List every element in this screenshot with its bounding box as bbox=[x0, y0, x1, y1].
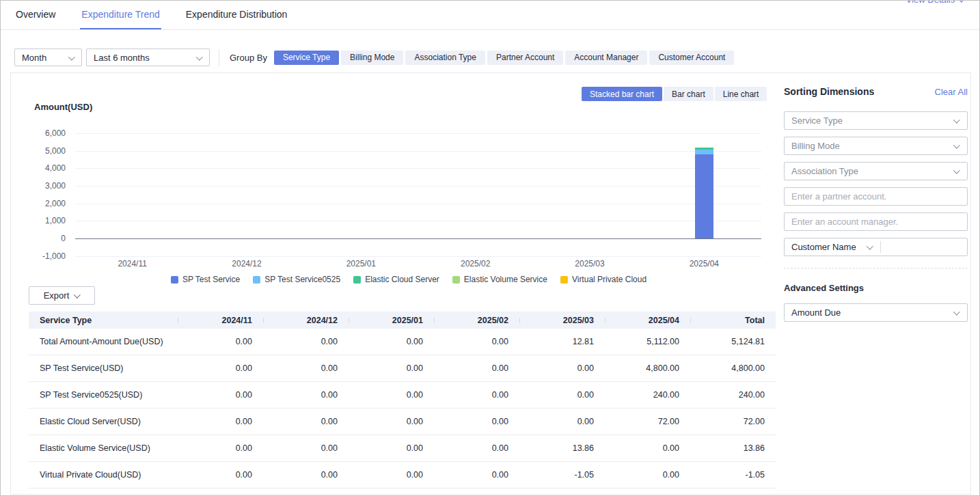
cell-value: 0.00 bbox=[434, 390, 519, 400]
chevron-down-icon bbox=[958, 0, 965, 3]
cell-value: 0.00 bbox=[434, 363, 519, 373]
export-button[interactable]: Export bbox=[29, 286, 95, 305]
column-header-2024-12: 2024/12 bbox=[263, 316, 349, 325]
tab-overview[interactable]: Overview bbox=[14, 1, 57, 29]
legend-item-elastic-cloud-server[interactable]: Elastic Cloud Server bbox=[353, 275, 439, 284]
cell-value: -1.05 bbox=[690, 470, 776, 480]
cell-value: 0.00 bbox=[263, 443, 349, 453]
enter-an-account-manager-input[interactable] bbox=[785, 217, 967, 227]
chart-type-bar-chart[interactable]: Bar chart bbox=[664, 87, 713, 101]
sorting-dimensions-title: Sorting Dimensions bbox=[784, 86, 874, 97]
tab-expenditure-trend[interactable]: Expenditure Trend bbox=[80, 1, 161, 29]
customer-name-select[interactable]: Customer Name bbox=[785, 242, 880, 252]
legend-label: SP Test Service0525 bbox=[264, 275, 340, 284]
group-by-association-type[interactable]: Association Type bbox=[405, 51, 485, 65]
view-details-link[interactable]: View Details bbox=[906, 0, 964, 5]
cell-value: 0.00 bbox=[434, 470, 519, 480]
divider bbox=[219, 49, 219, 66]
cell-value: 72.00 bbox=[605, 417, 690, 426]
cell-value: 0.00 bbox=[178, 337, 263, 346]
legend-swatch-icon bbox=[452, 276, 460, 284]
enter-a-partner-account-field bbox=[784, 187, 968, 206]
chart-type-toggles: Stacked bar chartBar chartLine chart bbox=[582, 87, 767, 101]
group-by-service-type[interactable]: Service Type bbox=[274, 51, 339, 65]
x-axis-tick-label: 2025/04 bbox=[690, 259, 719, 268]
cell-value: 5,112.00 bbox=[605, 337, 690, 346]
column-header-service-type: Service Type bbox=[29, 316, 178, 325]
legend-swatch-icon bbox=[560, 276, 568, 284]
row-label: SP Test Service(USD) bbox=[29, 363, 178, 373]
column-header-total: Total bbox=[690, 316, 776, 325]
cell-value: 0.00 bbox=[349, 363, 434, 373]
enter-a-partner-account-input[interactable] bbox=[785, 191, 967, 202]
date-range-select[interactable]: Last 6 months bbox=[86, 49, 210, 66]
legend-item-sp-test-service[interactable]: SP Test Service bbox=[171, 275, 240, 284]
chart-type-stacked-bar-chart[interactable]: Stacked bar chart bbox=[582, 87, 662, 101]
period-select-value: Month bbox=[22, 53, 46, 63]
service-type-filter-select[interactable]: Service Type bbox=[784, 111, 968, 130]
export-label: Export bbox=[44, 290, 70, 301]
row-label: Elastic Volume Service(USD) bbox=[29, 443, 178, 453]
group-by-account-manager[interactable]: Account Manager bbox=[565, 51, 647, 65]
group-by-billing-mode[interactable]: Billing Mode bbox=[341, 51, 403, 65]
legend-swatch-icon bbox=[353, 276, 361, 284]
row-label: SP Test Service0525(USD) bbox=[29, 390, 178, 400]
expenditure-dashboard: View Details OverviewExpenditure TrendEx… bbox=[0, 0, 980, 496]
y-axis-tick-label: 5,000 bbox=[16, 146, 66, 156]
group-by-partner-account[interactable]: Partner Account bbox=[487, 51, 563, 65]
legend-label: Elastic Volume Service bbox=[464, 275, 547, 284]
expenditure-table: Service Type2024/112024/122025/012025/02… bbox=[29, 312, 776, 488]
chart-and-table-card: Stacked bar chartBar chartLine chart Amo… bbox=[10, 72, 971, 495]
cell-value: 13.86 bbox=[519, 443, 605, 453]
bar-segment-sp-test-service-2025-04[interactable] bbox=[695, 154, 713, 238]
cell-value: 0.00 bbox=[605, 470, 690, 480]
y-axis-tick-label: 2,000 bbox=[16, 199, 66, 208]
advanced-settings-title: Advanced Settings bbox=[784, 283, 968, 293]
cell-value: 0.00 bbox=[434, 443, 519, 453]
x-axis-tick-label: 2025/03 bbox=[575, 259, 604, 268]
y-axis-tick-label: 1,000 bbox=[16, 216, 66, 225]
bar-segment-elastic-cloud-server-2025-04[interactable] bbox=[695, 148, 713, 150]
customer-name-input[interactable] bbox=[881, 242, 967, 252]
cell-value: 0.00 bbox=[605, 443, 690, 453]
legend-item-sp-test-service0525[interactable]: SP Test Service0525 bbox=[253, 275, 340, 284]
association-type-filter-select[interactable]: Association Type bbox=[784, 162, 968, 180]
cell-value: 0.00 bbox=[178, 470, 263, 480]
chart-type-line-chart[interactable]: Line chart bbox=[715, 87, 767, 101]
chevron-down-icon bbox=[68, 53, 75, 60]
chevron-down-icon bbox=[196, 53, 203, 60]
x-axis-tick-label: 2025/02 bbox=[461, 259, 490, 268]
cell-value: 13.86 bbox=[690, 443, 776, 453]
cell-value: 12.81 bbox=[519, 337, 605, 346]
clear-all-link[interactable]: Clear All bbox=[935, 87, 968, 97]
filter-bar: Month Last 6 months Group By Service Typ… bbox=[1, 30, 979, 72]
period-select[interactable]: Month bbox=[14, 49, 82, 66]
column-header-2025-04: 2025/04 bbox=[605, 316, 690, 325]
gridline bbox=[75, 204, 761, 204]
cell-value: 0.00 bbox=[519, 390, 605, 400]
legend-item-virtual-private-cloud[interactable]: Virtual Private Cloud bbox=[560, 275, 646, 284]
y-axis-tick-label: -1,000 bbox=[16, 251, 66, 261]
column-header-2025-01: 2025/01 bbox=[349, 316, 434, 325]
tab-bar: OverviewExpenditure TrendExpenditure Dis… bbox=[1, 1, 979, 30]
customer-filter-combo: Customer Name bbox=[784, 238, 968, 256]
cell-value: 240.00 bbox=[605, 390, 690, 400]
group-by-customer-account[interactable]: Customer Account bbox=[649, 51, 734, 65]
billing-mode-filter-select[interactable]: Billing Mode bbox=[784, 137, 968, 155]
legend-item-elastic-volume-service[interactable]: Elastic Volume Service bbox=[452, 275, 547, 284]
cell-value: 0.00 bbox=[263, 337, 349, 346]
cell-value: 0.00 bbox=[178, 363, 263, 373]
gridline bbox=[75, 221, 761, 221]
tab-expenditure-distribution[interactable]: Expenditure Distribution bbox=[185, 1, 289, 29]
legend-swatch-icon bbox=[171, 276, 178, 284]
combo-select-value: Customer Name bbox=[791, 242, 856, 252]
amount-due-select[interactable]: Amount Due bbox=[784, 303, 968, 322]
cell-value: 0.00 bbox=[349, 470, 434, 480]
bar-segment-sp-test-service0525-2025-04[interactable] bbox=[695, 150, 713, 154]
cell-value: 0.00 bbox=[263, 363, 349, 373]
gridline bbox=[75, 186, 761, 187]
cell-value: 0.00 bbox=[434, 417, 519, 426]
amount-due-value: Amount Due bbox=[785, 307, 955, 318]
view-details-label: View Details bbox=[906, 0, 955, 5]
gridline bbox=[75, 256, 761, 257]
